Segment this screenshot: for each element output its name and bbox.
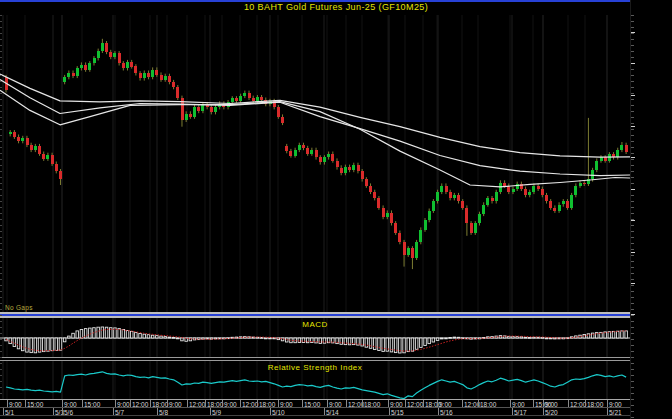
time-tick (278, 400, 279, 407)
price-tick (631, 189, 635, 190)
time-tick (257, 400, 258, 407)
time-tick-label: 12:00 (189, 401, 205, 408)
date-tick (53, 408, 54, 415)
price-tick (631, 95, 635, 96)
date-tick (512, 408, 513, 415)
price-tick (631, 126, 635, 127)
time-tick-label: 9:00 (439, 401, 452, 408)
time-tick-label: 18:00 (207, 401, 223, 408)
chart-title: 10 BAHT Gold Futures Jun-25 (GF10M25) (0, 2, 672, 15)
time-tick-label: 9:00 (117, 401, 130, 408)
date-tick-label: 5/7 (115, 409, 124, 416)
time-tick (533, 400, 534, 407)
time-axis[interactable]: 9:0015:009:0015:009:0012:0018:009:0012:0… (0, 400, 630, 419)
date-tick (607, 408, 608, 415)
date-tick-label: 5/17 (514, 409, 527, 416)
date-tick-label: 5/21 (609, 409, 622, 416)
time-tick-label: 9:00 (512, 401, 525, 408)
date-tick (62, 408, 63, 415)
time-tick (7, 400, 8, 407)
time-tick-label: 18:00 (152, 401, 168, 408)
time-tick (462, 400, 463, 407)
time-tick (327, 400, 328, 407)
price-tick (631, 32, 635, 33)
time-tick (150, 400, 151, 407)
time-tick (437, 400, 438, 407)
time-tick (585, 400, 586, 407)
date-tick-label: 5/16 (440, 409, 453, 416)
time-tick-label: 9:00 (545, 401, 558, 408)
left-tick-ruler (0, 15, 2, 399)
time-tick-label: 18:00 (480, 401, 496, 408)
price-tick (631, 314, 635, 315)
date-tick (157, 408, 158, 415)
time-tick (362, 400, 363, 407)
no-gaps-label: No Gaps (5, 304, 33, 311)
price-chart-canvas[interactable] (0, 15, 630, 313)
date-tick (270, 408, 271, 415)
time-tick (167, 400, 168, 407)
time-tick-label: 15:00 (27, 401, 43, 408)
price-tick (631, 283, 635, 284)
time-tick-label: 9:00 (329, 401, 342, 408)
time-tick-label: 9:00 (280, 401, 293, 408)
date-tick (324, 408, 325, 415)
time-tick-label: 9:00 (9, 401, 22, 408)
time-tick (543, 400, 544, 407)
date-tick-label: 5/1 (5, 409, 14, 416)
price-tick (631, 157, 635, 158)
price-tick (631, 252, 635, 253)
date-tick (210, 408, 211, 415)
price-chart-panel[interactable] (0, 15, 630, 313)
time-tick (510, 400, 511, 407)
time-tick-label: 15:00 (304, 401, 320, 408)
time-tick (478, 400, 479, 407)
axis-tick-ruler (631, 15, 634, 419)
date-tick (3, 408, 4, 415)
time-tick-label: 12:00 (407, 401, 423, 408)
time-tick (187, 400, 188, 407)
date-tick-label: 5/6 (64, 409, 73, 416)
time-tick (568, 400, 569, 407)
time-tick (82, 400, 83, 407)
time-tick-label: 9:00 (64, 401, 77, 408)
time-tick-label: 18:00 (364, 401, 380, 408)
time-tick-label: 9:00 (390, 401, 403, 408)
axis-divider (0, 415, 630, 416)
date-tick (389, 408, 390, 415)
rsi-panel[interactable]: Relative Strength Index (0, 361, 630, 399)
price-axis[interactable]: 60 min 53500.0053000.0052500.0052000.005… (630, 0, 672, 419)
date-tick-label: 5/10 (272, 409, 285, 416)
time-tick-label: 18:00 (587, 401, 603, 408)
date-tick-label: 5/15 (391, 409, 404, 416)
time-tick-label: 12:00 (132, 401, 148, 408)
time-tick (130, 400, 131, 407)
macd-pane-title: MACD (0, 320, 630, 329)
time-tick (607, 400, 608, 407)
time-tick (205, 400, 206, 407)
macd-panel[interactable]: MACD (0, 318, 630, 357)
price-tick (631, 220, 635, 221)
time-tick (388, 400, 389, 407)
time-tick (25, 400, 26, 407)
time-tick (423, 400, 424, 407)
date-tick (543, 408, 544, 415)
time-tick (302, 400, 303, 407)
date-tick (113, 408, 114, 415)
time-tick (115, 400, 116, 407)
time-tick-label: 15:00 (84, 401, 100, 408)
date-tick-label: 5/9 (212, 409, 221, 416)
time-tick-label: 12:00 (570, 401, 586, 408)
time-tick-label: 12:00 (242, 401, 258, 408)
rsi-pane-title: Relative Strength Index (0, 363, 630, 372)
date-tick (438, 408, 439, 415)
time-tick (62, 400, 63, 407)
time-tick (346, 400, 347, 407)
time-tick-label: 9:00 (169, 401, 182, 408)
time-tick-label: 18:00 (259, 401, 275, 408)
time-tick (240, 400, 241, 407)
date-tick-label: 5/14 (326, 409, 339, 416)
time-tick (405, 400, 406, 407)
date-tick-label: 5/8 (159, 409, 168, 416)
trading-chart-window: 10 BAHT Gold Futures Jun-25 (GF10M25) No… (0, 0, 672, 419)
